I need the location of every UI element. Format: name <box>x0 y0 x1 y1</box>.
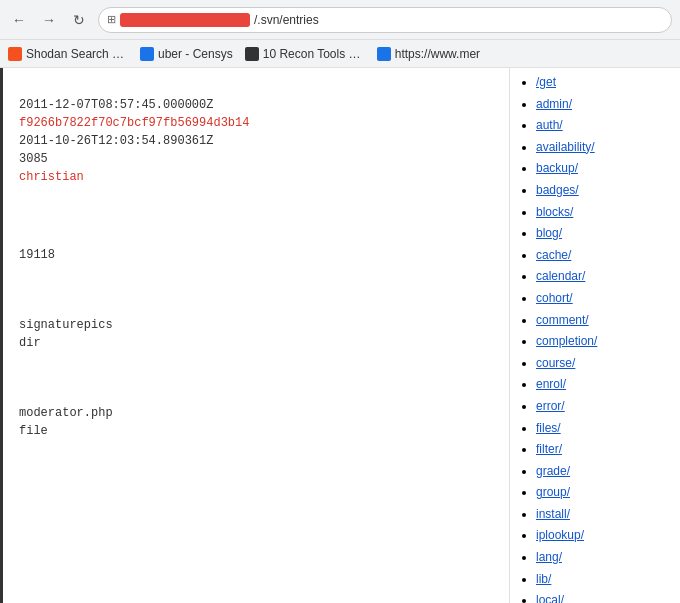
directory-list: /getadmin/auth/availability/backup/badge… <box>518 72 672 603</box>
dir-list-item: filter/ <box>536 439 672 461</box>
uber-icon <box>140 47 154 61</box>
bookmark-uber[interactable]: uber - Censys <box>140 47 233 61</box>
dir-list-item: files/ <box>536 418 672 440</box>
file-line3: 2011-10-26T12:03:54.890361Z <box>19 134 213 148</box>
dir-list-item: availability/ <box>536 137 672 159</box>
dir-link[interactable]: install/ <box>536 507 570 521</box>
dir-link[interactable]: local/ <box>536 593 564 603</box>
file-content: 2011-12-07T08:57:45.000000Z f9266b7822f7… <box>19 78 493 204</box>
dir-list-item: lib/ <box>536 569 672 591</box>
dir-link[interactable]: availability/ <box>536 140 595 154</box>
dir-list-item: enrol/ <box>536 374 672 396</box>
address-bar[interactable]: ⊞ /.svn/entries <box>98 7 672 33</box>
dir-list-item: grade/ <box>536 461 672 483</box>
shodan-icon <box>8 47 22 61</box>
file-line4: 3085 <box>19 152 48 166</box>
bookmark-shodan[interactable]: Shodan Search Engi... <box>8 47 128 61</box>
dir-link[interactable]: filter/ <box>536 442 562 456</box>
recon-icon <box>245 47 259 61</box>
dir-link[interactable]: completion/ <box>536 334 597 348</box>
dir-link[interactable]: cache/ <box>536 248 571 262</box>
dir-link[interactable]: grade/ <box>536 464 570 478</box>
forward-button[interactable]: → <box>38 9 60 31</box>
back-button[interactable]: ← <box>8 9 30 31</box>
dir-link[interactable]: lib/ <box>536 572 551 586</box>
dir-link[interactable]: course/ <box>536 356 575 370</box>
browser-chrome: ← → ↻ ⊞ /.svn/entries <box>0 0 680 40</box>
dir-link[interactable]: /get <box>536 75 556 89</box>
dir-link[interactable]: backup/ <box>536 161 578 175</box>
dir-list-item: group/ <box>536 482 672 504</box>
dir-list-item: blocks/ <box>536 202 672 224</box>
file-line9: moderator.php <box>19 406 113 420</box>
dir-link[interactable]: iplookup/ <box>536 528 584 542</box>
file-line1: 2011-12-07T08:57:45.000000Z <box>19 98 213 112</box>
dir-list-item: admin/ <box>536 94 672 116</box>
file-line5: christian <box>19 170 84 184</box>
bookmark-mer[interactable]: https://www.mer <box>377 47 480 61</box>
main-content: 2011-12-07T08:57:45.000000Z f9266b7822f7… <box>0 68 680 603</box>
dir-list-item: /get <box>536 72 672 94</box>
dir-link[interactable]: comment/ <box>536 313 589 327</box>
dir-list-item: cache/ <box>536 245 672 267</box>
dir-link[interactable]: badges/ <box>536 183 579 197</box>
dir-link[interactable]: admin/ <box>536 97 572 111</box>
dir-list-item: lang/ <box>536 547 672 569</box>
dir-link[interactable]: files/ <box>536 421 561 435</box>
file-content-4: moderator.php file <box>19 386 493 458</box>
dir-link[interactable]: auth/ <box>536 118 563 132</box>
dir-list-item: cohort/ <box>536 288 672 310</box>
bookmarks-bar: Shodan Search Engi... uber - Censys 10 R… <box>0 40 680 68</box>
dir-link[interactable]: enrol/ <box>536 377 566 391</box>
file-line10: file <box>19 424 48 438</box>
dir-link[interactable]: group/ <box>536 485 570 499</box>
dir-list-item: comment/ <box>536 310 672 332</box>
file-line2: f9266b7822f70c7bcf97fb56994d3b14 <box>19 116 249 130</box>
bookmark-recon[interactable]: 10 Recon Tools For... <box>245 47 365 61</box>
bookmark-uber-label: uber - Censys <box>158 47 233 61</box>
dir-link[interactable]: calendar/ <box>536 269 585 283</box>
address-path: /.svn/entries <box>254 13 319 27</box>
file-content-3: signaturepics dir <box>19 298 493 370</box>
file-content-2: 19118 <box>19 228 493 282</box>
left-pane: 2011-12-07T08:57:45.000000Z f9266b7822f7… <box>3 68 510 603</box>
right-pane: /getadmin/auth/availability/backup/badge… <box>510 68 680 603</box>
dir-link[interactable]: blog/ <box>536 226 562 240</box>
dir-list-item: blog/ <box>536 223 672 245</box>
dir-list-item: badges/ <box>536 180 672 202</box>
bookmark-recon-label: 10 Recon Tools For... <box>263 47 365 61</box>
file-line8: dir <box>19 336 41 350</box>
dir-list-item: install/ <box>536 504 672 526</box>
dir-list-item: backup/ <box>536 158 672 180</box>
bookmark-mer-label: https://www.mer <box>395 47 480 61</box>
dir-link[interactable]: cohort/ <box>536 291 573 305</box>
dir-list-item: iplookup/ <box>536 525 672 547</box>
file-line7: signaturepics <box>19 318 113 332</box>
reload-button[interactable]: ↻ <box>68 9 90 31</box>
file-line6: 19118 <box>19 248 55 262</box>
dir-list-item: error/ <box>536 396 672 418</box>
dir-list-item: auth/ <box>536 115 672 137</box>
mer-icon <box>377 47 391 61</box>
security-icon: ⊞ <box>107 13 116 26</box>
dir-list-item: completion/ <box>536 331 672 353</box>
dir-list-item: calendar/ <box>536 266 672 288</box>
dir-link[interactable]: lang/ <box>536 550 562 564</box>
dir-list-item: local/ <box>536 590 672 603</box>
dir-link[interactable]: blocks/ <box>536 205 573 219</box>
address-redacted <box>120 13 250 27</box>
bookmark-shodan-label: Shodan Search Engi... <box>26 47 128 61</box>
dir-link[interactable]: error/ <box>536 399 565 413</box>
dir-list-item: course/ <box>536 353 672 375</box>
